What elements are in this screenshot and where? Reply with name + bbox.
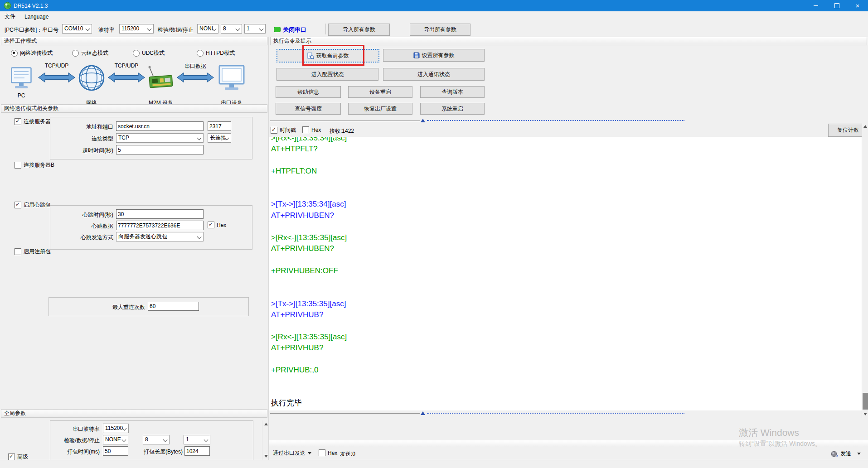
timeout-input[interactable] (116, 145, 204, 154)
app-icon (4, 2, 11, 10)
recv-counter: 接收:1422 (330, 127, 354, 135)
heartbeat-hex-checkbox[interactable]: Hex (208, 222, 226, 228)
trackbar-dotted-track (427, 120, 684, 121)
serial-databits-select[interactable]: 8 (143, 435, 170, 444)
reconnect-input[interactable] (148, 302, 199, 311)
transparent-params-section-header: 网络透传模式相关参数 (1, 104, 267, 113)
timeout-label: 超时时间(秒) (50, 147, 113, 154)
checkbox-icon (319, 449, 325, 456)
keepalive-select[interactable]: 长连接 (208, 133, 231, 143)
baud-select[interactable]: 115200 (119, 24, 154, 34)
com-port-select[interactable]: COM10 (62, 24, 92, 34)
heartbeat-enable-checkbox[interactable]: 启用心跳包 (15, 201, 51, 209)
databits-select[interactable]: 8 (221, 24, 242, 34)
activate-windows-watermark: 激活 Windows (739, 426, 799, 439)
serial-stopbits-select[interactable]: 1 (184, 435, 210, 444)
server-b-checkbox[interactable]: 连接服务器B (15, 161, 54, 169)
timestamp-checkbox[interactable]: 时间戳 (271, 126, 296, 134)
serial-data-arrow-icon (177, 72, 214, 83)
packtime-input[interactable] (103, 446, 128, 456)
trackbar-thumb[interactable] (421, 119, 425, 122)
trackbar-thumb[interactable] (421, 411, 425, 415)
set-all-params-button[interactable]: 设置所有参数 (383, 49, 485, 62)
log-scrollbar[interactable] (862, 123, 868, 418)
help-info-button[interactable]: 帮助信息 (276, 86, 341, 98)
log-output[interactable]: >[Rx<-][13:35:34][asc]AT+HTPFLT? +HTPFLT… (269, 137, 862, 410)
serial-parity-select[interactable]: NONE (103, 435, 128, 444)
mode-radio-udc[interactable]: UDC模式 (133, 49, 165, 57)
save-params-icon (413, 52, 420, 58)
close-port-button[interactable]: 关闭串口 (283, 26, 306, 34)
diagram-link1-label: TCP/UDP (38, 63, 75, 69)
register-pack-checkbox[interactable]: 启用注册包 (15, 248, 51, 256)
close-button[interactable]: × (847, 0, 868, 11)
diagram-link2-label: TCP/UDP (108, 63, 145, 69)
device-restart-button[interactable]: 设备重启 (348, 86, 412, 98)
signal-strength-button[interactable]: 查信号强度 (276, 103, 341, 115)
window-title: DR514 V2.1.3 (14, 3, 48, 9)
import-params-button[interactable]: 导入所有参数 (328, 24, 390, 36)
checkbox-icon (302, 126, 309, 133)
heartbeat-mode-select[interactable]: 向服务器发送心跳包 (116, 232, 204, 241)
checkbox-icon (208, 222, 214, 228)
chevron-down-icon (308, 452, 311, 454)
chevron-down-icon (204, 438, 209, 442)
minimize-icon (814, 5, 818, 6)
close-icon: × (856, 2, 860, 9)
minimize-button[interactable] (805, 0, 826, 11)
serial-parity-label: 检验/数据/停止 (54, 437, 100, 444)
activate-windows-watermark-sub: 转到“设置”以激活 Windows。 (739, 440, 821, 448)
packlen-input[interactable] (184, 446, 210, 456)
send-via-serial-dropdown[interactable]: 通过串口发送 (273, 449, 311, 457)
radio-icon (11, 50, 18, 57)
chevron-down-icon (197, 136, 202, 140)
network-globe-icon (78, 64, 105, 92)
export-params-button[interactable]: 导出所有参数 (410, 24, 470, 36)
server-a-port-input[interactable] (208, 121, 231, 131)
tcp-udp-arrow-icon (38, 72, 75, 83)
menu-bar: 文件 Language (0, 11, 868, 22)
heartbeat-data-input[interactable] (116, 221, 204, 230)
chevron-down-icon (147, 27, 152, 31)
maximize-button[interactable] (826, 0, 847, 11)
scroll-up-icon[interactable] (862, 123, 868, 130)
m2m-device-icon (148, 65, 174, 91)
toolbar-separator (325, 24, 326, 34)
maximize-icon (834, 3, 839, 8)
app-window: DR514 V2.1.3 × 文件 Language [PC串口参数]：串口号 … (0, 0, 868, 468)
command-section-header: 执行命令及提示 (270, 37, 867, 45)
recv-hex-checkbox[interactable]: Hex (302, 126, 321, 133)
send-button[interactable]: 发送 (831, 450, 861, 458)
chevron-down-icon (259, 27, 264, 31)
query-version-button[interactable]: 查询版本 (420, 86, 485, 98)
scroll-down-icon[interactable] (862, 410, 868, 418)
send-hex-checkbox[interactable]: Hex (319, 449, 337, 456)
mode-radio-httpd[interactable]: HTTPD模式 (197, 49, 235, 57)
mode-radio-cloud[interactable]: 云组态模式 (72, 49, 108, 57)
heartbeat-time-input[interactable] (116, 209, 204, 219)
enter-config-button[interactable]: 进入配置状态 (276, 68, 378, 81)
server-a-address-input[interactable] (116, 121, 204, 131)
serial-baud-select[interactable]: 115200 (103, 424, 129, 433)
enter-comm-button[interactable]: 进入通讯状态 (383, 68, 485, 81)
menu-language[interactable]: Language (20, 11, 53, 22)
parity-select[interactable]: NONI (197, 24, 218, 34)
stopbits-select[interactable]: 1 (244, 24, 266, 34)
radio-icon (197, 50, 204, 57)
mode-radio-transparent[interactable]: 网络透传模式 (11, 49, 53, 57)
connection-type-select[interactable]: TCP (116, 133, 204, 143)
heartbeat-time-label: 心跳时间(秒) (50, 211, 113, 219)
checkbox-icon (8, 454, 15, 460)
server-a-checkbox[interactable]: 连接服务器A (15, 118, 54, 125)
system-restart-button[interactable]: 系统重启 (420, 103, 485, 115)
scrollbar-thumb[interactable] (863, 393, 868, 410)
chevron-down-icon (122, 438, 126, 442)
checkbox-icon (15, 202, 21, 208)
menu-file[interactable]: 文件 (0, 11, 20, 22)
parity-label: 检验/数据/停止 (158, 26, 194, 34)
global-params-section-header: 全局参数 (1, 409, 267, 418)
chevron-down-icon (86, 27, 90, 31)
factory-reset-button[interactable]: 恢复出厂设置 (348, 103, 412, 115)
packtime-label: 打包时间(ms) (54, 448, 100, 456)
radio-icon (133, 50, 140, 57)
